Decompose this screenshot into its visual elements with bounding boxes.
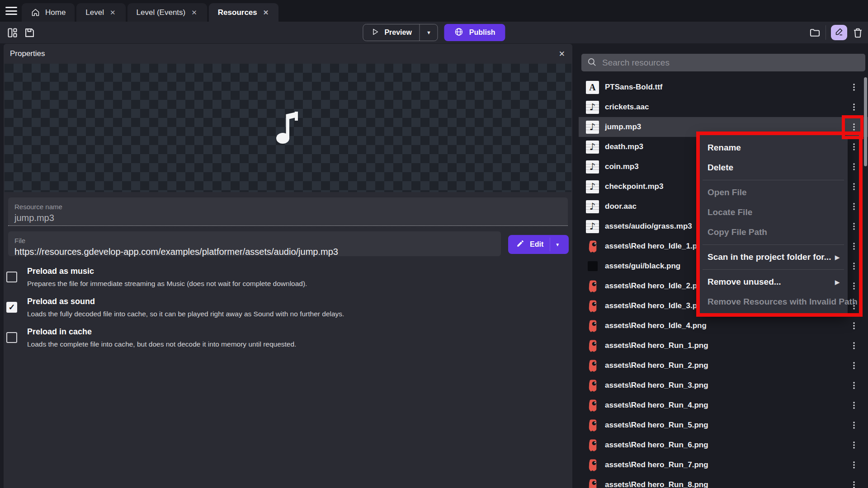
tab-level[interactable]: Level✕ xyxy=(76,3,125,22)
sprite-thumbnail-icon xyxy=(586,419,599,432)
edit-dropdown-button[interactable]: ▼ xyxy=(550,235,565,254)
scrollbar-thumb[interactable] xyxy=(864,77,867,166)
kebab-menu-icon[interactable] xyxy=(847,122,861,132)
resource-name: crickets.aac xyxy=(605,103,847,112)
kebab-menu-icon[interactable] xyxy=(847,460,861,470)
resource-name: assets\Red hero_Run_6.png xyxy=(605,441,847,450)
kebab-menu-icon[interactable] xyxy=(847,102,861,112)
kebab-menu-icon[interactable] xyxy=(847,182,861,192)
tab-close-icon[interactable]: ✕ xyxy=(109,8,117,17)
kebab-menu-icon[interactable] xyxy=(847,380,861,390)
hamburger-menu-icon[interactable] xyxy=(5,6,17,16)
resource-row[interactable]: assets\Red hero_Run_4.png xyxy=(579,395,868,415)
search-bar xyxy=(581,54,865,71)
tab-label: Level (Events) xyxy=(137,8,186,17)
resource-name: assets\Red hero_Run_4.png xyxy=(605,401,847,410)
audio-file-icon: ♪ xyxy=(586,180,599,193)
menu-item-locate-file: Locate File xyxy=(699,202,848,222)
menu-item-scan-in-the-project-folder-for[interactable]: Scan in the project folder for... ▶ xyxy=(699,247,848,267)
tab-label: Level xyxy=(85,8,104,17)
audio-file-icon: ♪ xyxy=(586,200,599,213)
panels-layout-icon[interactable] xyxy=(6,27,19,39)
tab-resources[interactable]: Resources✕ xyxy=(209,3,279,22)
kebab-menu-icon[interactable] xyxy=(847,142,861,152)
tab-close-icon[interactable]: ✕ xyxy=(190,8,198,17)
tab-close-icon[interactable]: ✕ xyxy=(262,8,270,17)
kebab-menu-icon[interactable] xyxy=(847,202,861,211)
kebab-menu-icon[interactable] xyxy=(847,281,861,291)
submenu-arrow-icon: ▶ xyxy=(835,279,840,286)
kebab-menu-icon[interactable] xyxy=(847,341,861,351)
menu-item-delete[interactable]: Delete xyxy=(699,158,848,178)
kebab-menu-icon[interactable] xyxy=(847,321,861,331)
resource-row[interactable]: assets\Red hero_Run_3.png xyxy=(579,375,868,395)
menu-item-rename[interactable]: Rename xyxy=(699,138,848,158)
submenu-arrow-icon: ▶ xyxy=(835,254,840,261)
kebab-menu-icon[interactable] xyxy=(847,400,861,410)
kebab-menu-icon[interactable] xyxy=(847,420,861,430)
option-label: Preload as music xyxy=(27,267,549,277)
audio-file-icon: ♪ xyxy=(586,101,599,114)
panel-title: Properties xyxy=(10,49,45,58)
kebab-menu-icon[interactable] xyxy=(847,361,861,371)
resource-row[interactable]: assets\Red hero_Idle_4.png xyxy=(579,316,868,336)
tab-home[interactable]: Home xyxy=(22,3,75,22)
publish-label: Publish xyxy=(469,28,495,37)
edit-button[interactable]: Edit ▼ xyxy=(508,235,569,254)
folder-icon[interactable] xyxy=(809,27,821,39)
toolbar: Preview ▼ Publish xyxy=(0,22,868,43)
kebab-menu-icon[interactable] xyxy=(847,440,861,450)
preview-dropdown-button[interactable]: ▼ xyxy=(420,24,438,41)
resource-row[interactable]: A PTSans-Bold.ttf xyxy=(579,77,868,97)
kebab-menu-icon[interactable] xyxy=(847,241,861,251)
black-image-icon xyxy=(588,261,598,271)
tab-label: Resources xyxy=(218,8,257,17)
kebab-menu-icon[interactable] xyxy=(847,162,861,172)
save-icon[interactable] xyxy=(24,27,36,39)
resource-name: jump.mp3 xyxy=(605,122,847,131)
resource-row[interactable]: ♪ crickets.aac xyxy=(579,97,868,117)
sprite-thumbnail-icon xyxy=(586,240,599,253)
resource-row[interactable]: assets\Red hero_Run_6.png xyxy=(579,435,868,455)
tab-label: Home xyxy=(45,8,66,17)
tab-level-events[interactable]: Level (Events)✕ xyxy=(127,3,207,22)
file-field[interactable]: File https://resources.gdevelop-app.com/… xyxy=(8,231,501,256)
publish-button[interactable]: Publish xyxy=(444,24,505,41)
menu-divider xyxy=(703,244,844,245)
resource-row[interactable]: assets\Red hero_Run_2.png xyxy=(579,356,868,375)
edit-mode-button[interactable] xyxy=(831,25,847,40)
option-description: Loads the fully decoded file into cache,… xyxy=(27,310,549,318)
resource-row[interactable]: assets\Red hero_Run_5.png xyxy=(579,415,868,435)
sprite-thumbnail-icon xyxy=(586,479,599,488)
divider xyxy=(826,25,826,40)
trash-icon[interactable] xyxy=(852,27,864,39)
kebab-menu-icon[interactable] xyxy=(847,82,861,92)
kebab-menu-icon[interactable] xyxy=(847,221,861,231)
option-description: Prepares the file for immediate streamin… xyxy=(27,280,549,288)
audio-file-icon: ♪ xyxy=(586,121,599,134)
preview-button[interactable]: Preview ▼ xyxy=(363,24,438,41)
audio-file-icon: ♪ xyxy=(586,160,599,174)
resource-preview-area xyxy=(5,64,571,192)
kebab-menu-icon[interactable] xyxy=(847,261,861,271)
menu-item-remove-resources-with-invalid-path: Remove Resources with Invalid Path xyxy=(699,292,848,312)
menu-item-remove-unused[interactable]: Remove unused... ▶ xyxy=(699,272,848,292)
search-input[interactable] xyxy=(602,58,860,68)
checkbox[interactable] xyxy=(6,272,17,282)
music-note-icon xyxy=(276,110,300,146)
resource-row[interactable]: assets\Red hero_Run_1.png xyxy=(579,336,868,356)
menu-item-label: Delete xyxy=(708,163,733,173)
resource-row[interactable]: assets\Red hero_Run_7.png xyxy=(579,455,868,475)
close-icon[interactable]: ✕ xyxy=(557,48,567,60)
sprite-thumbnail-icon xyxy=(586,339,599,352)
globe-icon xyxy=(454,27,464,38)
checkbox-checked[interactable]: ✓ xyxy=(6,302,17,313)
kebab-menu-icon[interactable] xyxy=(847,480,861,488)
menu-item-label: Rename xyxy=(708,143,741,153)
resource-row[interactable]: assets\Red hero_Run_8.png xyxy=(579,475,868,488)
preview-label: Preview xyxy=(384,28,411,37)
field-label: File xyxy=(14,237,495,244)
resource-name-field[interactable]: Resource name jump.mp3 xyxy=(8,197,568,226)
checkbox[interactable] xyxy=(6,332,17,343)
menu-divider xyxy=(703,269,844,270)
